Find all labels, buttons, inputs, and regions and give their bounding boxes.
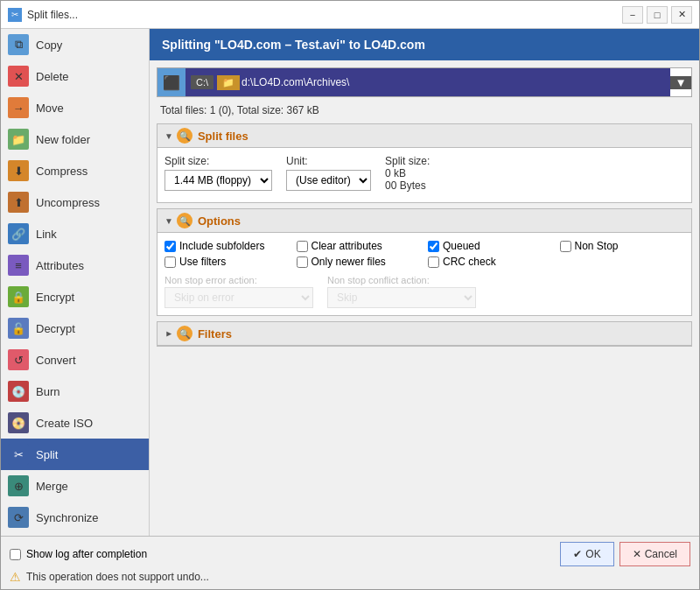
folder-icon: 📁 [217,75,240,90]
non-stop-checkbox[interactable] [560,241,571,252]
sidebar-icon-convert: ↺ [8,349,29,370]
options-header[interactable]: ▼ 🔍 Options [158,209,691,233]
use-filters-label: Use filters [179,256,226,268]
crc-check-item: CRC check [428,256,553,268]
sidebar-item-copy[interactable]: ⧉Copy [1,29,149,60]
non-stop-conflict-field: Non stop conflict action: Skip [327,275,476,308]
split-files-header[interactable]: ▼ 🔍 Split files [158,124,691,148]
options-grid: Include subfolders Clear attributes Queu… [164,240,684,268]
path-dropdown-button[interactable]: ▼ [670,76,691,89]
sidebar-item-compress[interactable]: ⬇Compress [1,155,149,186]
filters-collapse-icon: ▼ [164,329,173,338]
include-subfolders-checkbox[interactable] [164,241,176,252]
sidebar-label-burn: Burn [36,385,60,398]
sidebar-icon-burn: 💿 [8,381,29,402]
path-text[interactable]: d:\LO4D.com\Archives\ [242,76,665,88]
maximize-button[interactable]: □ [647,6,668,24]
use-filters-checkbox[interactable] [164,256,176,268]
clear-attributes-checkbox[interactable] [297,241,308,252]
filters-icon: 🔍 [177,326,192,341]
split-size-field: Split size: 1.44 MB (floppy) [164,155,272,191]
split-size-result-sub: 00 Bytes [385,179,430,192]
sidebar-icon-merge: ⊕ [8,475,29,496]
sidebar-label-compress: Compress [36,165,88,178]
path-bar-icon: ⬛ [158,68,186,96]
options-section: ▼ 🔍 Options Include subfolders [157,208,692,316]
show-log-checkbox[interactable] [10,549,21,560]
sidebar-icon-move: → [8,97,29,118]
sidebar-item-split[interactable]: ✂Split [1,439,149,470]
split-files-collapse-icon: ▼ [164,131,173,141]
non-stop-error-field: Non stop error action: Skip on error [164,275,313,308]
filters-section: ▼ 🔍 Filters [157,321,692,347]
sidebar-item-convert[interactable]: ↺Convert [1,344,149,376]
path-bar-inner: C:\ 📁 d:\LO4D.com\Archives\ [186,68,670,96]
cancel-button[interactable]: ✕ Cancel [620,542,690,566]
unit-label: Unit: [286,155,371,167]
non-stop-error-select[interactable]: Skip on error [164,287,313,308]
sidebar: ⧉Copy✕Delete→Move📁New folder⬇Compress⬆Un… [1,29,150,536]
sidebar-icon-attributes: ≡ [8,255,29,276]
filters-title: Filters [198,327,232,341]
queued-checkbox[interactable] [428,241,439,252]
sidebar-item-synchronize[interactable]: ⟳Synchronize [1,502,149,533]
sidebar-item-uncompress[interactable]: ⬆Uncompress [1,186,149,218]
ok-label: OK [585,548,600,560]
sidebar-icon-delete: ✕ [8,66,29,87]
split-size-select[interactable]: 1.44 MB (floppy) [164,170,272,191]
split-files-title: Split files [198,130,248,143]
split-files-body: Split size: 1.44 MB (floppy) Unit: (Use … [158,148,691,202]
main-window: ✂ Split files... − □ ✕ ⧉Copy✕Delete→Move… [0,0,700,590]
warning-text: This operation does not support undo... [26,571,209,583]
unit-select[interactable]: (Use editor) [286,170,371,191]
sidebar-icon-copy: ⧉ [8,34,29,55]
split-size-result-value: 0 kB [385,167,430,179]
sidebar-item-new-folder[interactable]: 📁New folder [1,123,149,155]
sidebar-item-delete[interactable]: ✕Delete [1,60,149,92]
only-newer-files-item: Only newer files [297,256,422,268]
app-icon: ✂ [8,8,22,22]
sidebar-item-create-iso[interactable]: 📀Create ISO [1,407,149,439]
close-button[interactable]: ✕ [671,6,692,24]
panel-body: ⬛ C:\ 📁 d:\LO4D.com\Archives\ ▼ Total fi… [150,60,699,536]
non-stop-conflict-select[interactable]: Skip [327,287,476,308]
include-subfolders-label: Include subfolders [179,240,264,252]
sidebar-item-link[interactable]: 🔗Link [1,218,149,249]
sidebar-item-encrypt[interactable]: 🔒Encrypt [1,281,149,313]
cmd-chip: C:\ [191,75,214,89]
only-newer-files-checkbox[interactable] [297,256,308,268]
options-icon: 🔍 [177,213,192,228]
sidebar-icon-link: 🔗 [8,223,29,244]
queued-label: Queued [443,240,480,252]
non-stop-row: Non stop error action: Skip on error Non… [164,275,684,308]
clear-attributes-label: Clear attributes [312,240,382,252]
minimize-button[interactable]: − [622,6,643,24]
sidebar-item-decrypt[interactable]: 🔓Decrypt [1,313,149,344]
right-panel: Splitting "LO4D.com – Test.avi" to LO4D.… [150,29,699,536]
ok-button[interactable]: ✔ OK [560,542,613,566]
filters-header[interactable]: ▼ 🔍 Filters [158,322,691,346]
sidebar-label-move: Move [36,102,64,115]
crc-check-checkbox[interactable] [428,256,439,268]
use-filters-item: Use filters [164,256,290,268]
sidebar-item-merge[interactable]: ⊕Merge [1,470,149,502]
sidebar-label-merge: Merge [36,480,68,493]
sidebar-icon-new-folder: 📁 [8,129,29,150]
sidebar-label-new-folder: New folder [36,133,90,146]
split-size-display: Split size: 0 kB 00 Bytes [385,155,430,192]
options-collapse-icon: ▼ [164,216,173,226]
sidebar-item-burn[interactable]: 💿Burn [1,376,149,407]
clear-attributes-item: Clear attributes [297,240,422,252]
sidebar-item-move[interactable]: →Move [1,92,149,123]
sidebar-item-attributes[interactable]: ≡Attributes [1,249,149,281]
non-stop-label: Non Stop [575,240,619,252]
sidebar-label-encrypt: Encrypt [36,291,74,304]
sidebar-icon-encrypt: 🔒 [8,286,29,307]
window-controls: − □ ✕ [622,6,692,24]
panel-title: Splitting "LO4D.com – Test.avi" to LO4D.… [162,38,425,52]
include-subfolders-item: Include subfolders [164,240,290,252]
crc-check-label: CRC check [443,256,496,268]
sidebar-icon-split: ✂ [8,444,29,465]
non-stop-conflict-label: Non stop conflict action: [327,275,476,285]
queued-item: Queued [428,240,553,252]
